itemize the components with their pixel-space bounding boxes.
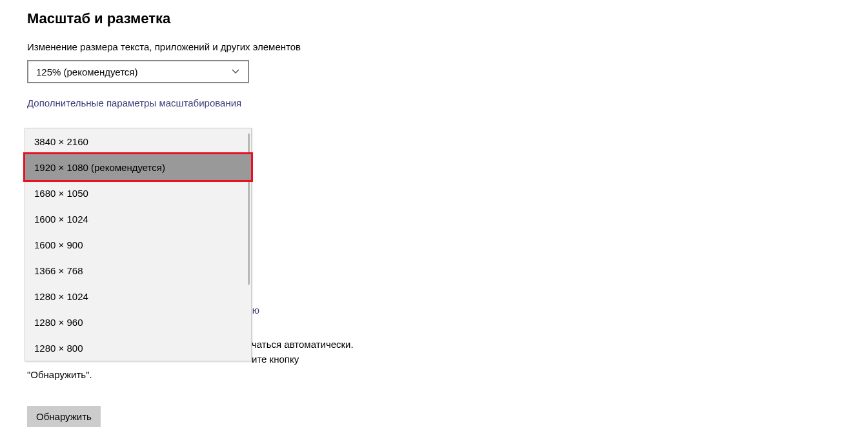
resolution-option[interactable]: 1280 × 800 [25,335,251,361]
text-size-label: Изменение размера текста, приложений и д… [27,41,841,52]
scale-layout-heading: Масштаб и разметка [27,10,841,27]
scale-select[interactable]: 125% (рекомендуется) [27,60,249,83]
chevron-down-icon [231,67,240,76]
resolution-option[interactable]: 1680 × 1050 [25,180,251,206]
resolution-option[interactable]: 1600 × 1024 [25,206,251,232]
resolution-option[interactable]: 1280 × 960 [25,309,251,335]
scale-select-value: 125% (рекомендуется) [36,66,137,77]
resolution-option[interactable]: 1600 × 900 [25,232,251,257]
detect-button[interactable]: Обнаружить [27,406,101,427]
resolution-option[interactable]: 1920 × 1080 (рекомендуется) [25,154,251,180]
resolution-option[interactable]: 1280 × 1024 [25,283,251,309]
resolution-option[interactable]: 1366 × 768 [25,257,251,283]
resolution-dropdown[interactable]: 3840 × 21601920 × 1080 (рекомендуется)16… [25,128,252,361]
explain-line-3: "Обнаружить". [27,367,389,382]
resolution-option[interactable]: 3840 × 2160 [25,128,251,154]
advanced-scaling-link[interactable]: Дополнительные параметры масштабирования [27,97,241,108]
